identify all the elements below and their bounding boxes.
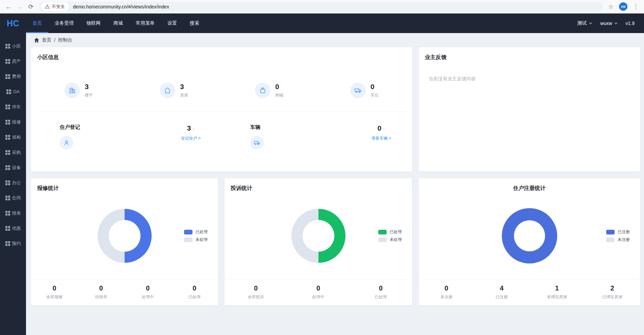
stat-registered: 4已注册	[474, 284, 530, 300]
stat-value: 0	[275, 83, 283, 91]
stat-value: 0	[370, 83, 379, 91]
chart-title: 投诉统计	[225, 178, 412, 192]
legend-item-registered[interactable]: 已注册	[606, 229, 630, 235]
card-title: 业主反馈	[419, 47, 640, 61]
house-icon	[164, 87, 171, 94]
sidebar-item-purchase[interactable]: 采购	[0, 145, 26, 160]
stat-label: 房屋	[180, 92, 188, 98]
nav-menu: 首页 业务受理 物联网 商城 常用菜单 设置 搜索	[26, 13, 206, 33]
stat-parking-spaces: 0 车位	[317, 83, 412, 98]
stat-processed: 0已处理	[171, 284, 218, 300]
up-arrow-icon: ↑	[383, 127, 385, 132]
sidebar-item-fees[interactable]: 费用	[0, 69, 26, 84]
grid-icon	[5, 105, 10, 109]
browser-toolbar: ← → ⟳ 不安全 demo.homecommunity.cn/#/views/…	[0, 0, 644, 13]
env-dropdown[interactable]: 测试	[577, 20, 592, 26]
stat-label: 车位	[370, 92, 379, 98]
sidebar-item-report[interactable]: 报表	[0, 205, 26, 221]
back-icon[interactable]: ←	[5, 4, 11, 10]
chart-area: 已处理 未处理	[31, 192, 218, 280]
person-icon	[63, 139, 70, 146]
reload-icon[interactable]: ⟳	[28, 4, 33, 10]
truck-icon	[254, 139, 260, 146]
legend-item-processed[interactable]: 已处理	[184, 229, 208, 235]
nav-item-common-menu[interactable]: 常用菜单	[129, 13, 161, 33]
complaint-donut-chart	[291, 209, 345, 263]
legend-item-unregistered[interactable]: 未注册	[606, 237, 630, 243]
navbar-right: 测试 wuxw v1.9	[577, 13, 644, 33]
chart-legend: 已处理 未处理	[184, 227, 208, 245]
nav-item-business[interactable]: 业务受理	[48, 13, 80, 33]
main-content: 首页 / 控制台 小区信息 3 楼宇	[26, 33, 644, 335]
stat-in-progress: 0处理中	[125, 284, 171, 300]
complaint-stats-card: 投诉统计 已处理 未处理	[225, 178, 412, 305]
repair-stats-card: 报修统计 已处理 未处理	[31, 178, 218, 305]
forward-icon[interactable]: →	[17, 4, 23, 10]
stat-label: 楼宇	[85, 92, 93, 98]
registration-row: 住户登记 3↑ 登记住户 > 车辆	[31, 124, 412, 149]
nav-item-mall[interactable]: 商城	[107, 13, 129, 33]
owner-feedback-card: 业主反馈 当前没有业主反馈内容	[419, 47, 640, 171]
register-residents-link[interactable]: 登记住户 >	[181, 136, 201, 141]
shop-bag-icon	[259, 87, 266, 94]
up-arrow-icon: ↑	[192, 127, 195, 132]
grid-icon	[5, 74, 10, 79]
legend-swatch	[378, 230, 387, 234]
browser-menu-icon[interactable]: ⋮	[633, 3, 639, 10]
sidebar-item-repair[interactable]: 报修	[0, 114, 26, 130]
community-info-card: 小区信息 3 楼宇 3 房屋	[31, 47, 412, 171]
feedback-empty-text: 当前没有业主反馈内容	[429, 76, 640, 82]
address-bar[interactable]: 不安全 demo.homecommunity.cn/#/views/index/…	[39, 2, 603, 12]
nav-item-search[interactable]: 搜索	[183, 13, 206, 33]
stat-label: 商铺	[275, 92, 283, 98]
stat-unbound-house: 1未绑定房屋	[530, 284, 585, 300]
stat-houses: 3 房屋	[126, 83, 222, 98]
security-chip[interactable]: 不安全	[41, 2, 69, 11]
sidebar-item-community[interactable]: 小区	[0, 38, 26, 54]
version-label: v1.9	[626, 21, 635, 26]
security-label: 不安全	[52, 4, 65, 10]
url-text[interactable]: demo.homecommunity.cn/#/views/index/inde…	[73, 4, 169, 9]
sidebar-item-discount[interactable]: 优惠	[0, 221, 26, 236]
stat-processed: 0已处理	[350, 284, 412, 300]
chevron-down-icon	[614, 22, 618, 24]
nav-item-iot[interactable]: 物联网	[80, 13, 107, 33]
grid-icon	[5, 165, 10, 170]
home-icon	[34, 38, 39, 43]
grid-icon	[5, 150, 10, 155]
legend-item-processed[interactable]: 已处理	[378, 229, 402, 235]
sidebar-item-contract[interactable]: 合同	[0, 190, 26, 205]
legend-item-unprocessed[interactable]: 未处理	[378, 237, 402, 243]
legend-swatch	[184, 230, 192, 234]
sidebar-item-parking[interactable]: 停车	[0, 99, 26, 114]
grid-icon	[5, 180, 10, 185]
sidebar-item-equipment[interactable]: 设备	[0, 160, 26, 175]
sidebar-item-oa[interactable]: OA	[0, 84, 26, 99]
chart-title: 住户注册统计	[419, 178, 640, 192]
nav-item-home[interactable]: 首页	[26, 13, 48, 33]
panel-value: 0↑	[371, 124, 391, 132]
breadcrumb-home[interactable]: 首页	[42, 37, 51, 43]
bookmark-star-icon[interactable]: ☆	[608, 3, 614, 10]
user-dropdown[interactable]: wuxw	[600, 21, 618, 26]
chart-stats-row: 0未注册 4已注册 1未绑定房屋 2已绑定房屋	[419, 280, 640, 305]
stat-bound-house: 2已绑定房屋	[585, 284, 640, 300]
browser-avatar[interactable]: xw	[619, 2, 627, 11]
legend-item-unprocessed[interactable]: 未处理	[184, 237, 208, 243]
view-vehicles-link[interactable]: 查看车辆 >	[371, 136, 391, 141]
sidebar: 小区 房产 费用 OA 停车 报修 巡检 采购 设备 办公 合同 报表 优惠 预…	[0, 33, 26, 335]
nav-item-settings[interactable]: 设置	[161, 13, 183, 33]
grid-icon	[5, 44, 10, 49]
sidebar-item-property[interactable]: 房产	[0, 54, 26, 69]
breadcrumb: 首页 / 控制台	[26, 33, 644, 47]
grid-icon	[5, 226, 10, 231]
username: wuxw	[600, 21, 612, 26]
sidebar-item-inspection[interactable]: 巡检	[0, 130, 26, 145]
app-logo[interactable]: HC	[0, 13, 26, 33]
sidebar-item-office[interactable]: 办公	[0, 175, 26, 190]
panel-title: 住户登记	[60, 124, 80, 131]
chart-stats-row: 0全部报修 0待派单 0处理中 0已处理	[31, 280, 218, 305]
sidebar-item-reservation[interactable]: 预约	[0, 236, 26, 251]
stat-shops: 0 商铺	[222, 83, 317, 98]
stat-unregistered: 0未注册	[419, 284, 474, 300]
